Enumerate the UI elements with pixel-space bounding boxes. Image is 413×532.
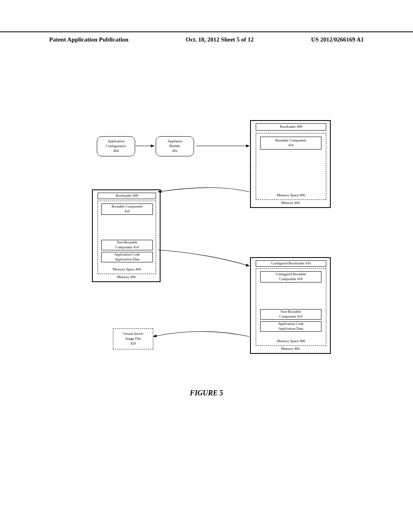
header: Patent Application Publication Oct. 18, … <box>0 31 413 43</box>
bootloader-mid: Bootloader 408 <box>98 193 156 199</box>
header-middle: Oct. 18, 2012 Sheet 5 of 12 <box>186 36 254 43</box>
bootable-component-top: Bootable Component 410 <box>260 137 321 150</box>
app-builder-l1: Appliance <box>167 139 182 144</box>
memspace-mid-txt: Memory Space 406 <box>113 267 141 271</box>
appliance-builder: Appliance Builder 402 <box>156 136 194 156</box>
app-builder-l2: Builder <box>169 144 180 149</box>
memory-space-bot: Configured Bootable Component 418 Non-Bo… <box>256 268 326 346</box>
memory-bot-label: Memory 400 <box>251 347 330 351</box>
config-bootable-l1: Configured Bootable <box>275 272 306 277</box>
memory-space-mid: Bootable Component 410 Non-Bootable Comp… <box>98 201 156 274</box>
app-configs-l2: Configurators <box>106 144 126 149</box>
configured-bootloader: Configured Bootloader 416 <box>256 260 326 267</box>
memory-space-top-label: Memory Space 406 <box>256 193 326 198</box>
nonbootable-mid-l1: Non-Bootable <box>117 240 138 245</box>
app-configs-l3: 404 <box>113 149 119 154</box>
bootloader-top-label: Bootloader 408 <box>280 125 302 129</box>
diagram-area: Application Configurators 404 Appliance … <box>48 113 367 375</box>
nonbootable-bot: Non-Bootable Component 414 <box>260 309 321 320</box>
memory-space-mid-label: Memory Space 406 <box>98 267 156 272</box>
bootable-mid-l1: Bootable Component <box>112 204 143 209</box>
memory-top-txt: Memory 400 <box>281 201 300 205</box>
memspace-bot-txt: Memory Space 406 <box>277 339 305 343</box>
memory-mid-outer: Bootloader 408 Bootable Component 410 No… <box>92 189 161 282</box>
appcode-bot-l1: Application Code <box>278 322 304 326</box>
bootloader-mid-label: Bootloader 408 <box>116 193 138 198</box>
figure-caption: FIGURE 5 <box>0 389 413 397</box>
appcode-bot: Application Code Application Data <box>260 321 321 332</box>
appcode-mid-l2: Application Data <box>115 257 140 262</box>
memory-bot-outer: Configured Bootloader 416 Configured Boo… <box>250 257 331 354</box>
memory-mid-txt: Memory 400 <box>117 275 136 279</box>
app-builder-l3: 402 <box>172 149 178 154</box>
virtual-server-l1: Virtual Server <box>123 332 144 337</box>
appcode-mid-l1: Application Code <box>114 252 140 257</box>
config-bootable-l2: Component 418 <box>279 277 302 282</box>
appcode-bot-l2: Application Data <box>278 326 303 331</box>
app-configs-l1: Application <box>107 139 125 144</box>
header-right: US 2012/0266169 A1 <box>311 36 364 43</box>
bootable-component-mid: Bootable Component 410 <box>101 204 153 215</box>
nonbootable-bot-l2: Component 414 <box>279 314 302 319</box>
memory-mid-label: Memory 400 <box>93 275 160 280</box>
virtual-server-l2: Image File <box>125 337 141 341</box>
header-left: Patent Application Publication <box>49 36 129 43</box>
configured-bootable: Configured Bootable Component 418 <box>260 271 321 283</box>
virtual-server-l3: 420 <box>130 341 136 346</box>
memspace-top-txt: Memory Space 406 <box>277 193 305 197</box>
header-row: Patent Application Publication Oct. 18, … <box>0 36 413 43</box>
bootable-top-l2: 410 <box>288 143 294 148</box>
bootable-mid-l2: 410 <box>124 209 130 214</box>
appcode-mid: Application Code Application Data <box>101 252 153 262</box>
application-configurators: Application Configurators 404 <box>97 136 135 156</box>
nonbootable-bot-l1: Non-Bootable <box>281 310 301 314</box>
bootable-top-l1: Bootable Component <box>275 138 307 143</box>
memory-top-outer: Bootloader 408 Bootable Component 410 Me… <box>250 120 331 208</box>
config-bootloader-label: Configured Bootloader 416 <box>271 261 311 266</box>
memory-top-label: Memory 400 <box>251 201 330 206</box>
virtual-server-image: Virtual Server Image File 420 <box>113 328 153 349</box>
nonbootable-mid: Non-Bootable Component 414 <box>101 240 153 250</box>
memory-bot-txt: Memory 400 <box>281 347 300 351</box>
memory-space-bot-label: Memory Space 406 <box>256 339 326 344</box>
nonbootable-mid-l2: Component 414 <box>115 245 139 250</box>
bootloader-top: Bootloader 408 <box>256 123 326 131</box>
memory-space-top: Bootable Component 410 Memory Space 406 <box>256 133 326 200</box>
